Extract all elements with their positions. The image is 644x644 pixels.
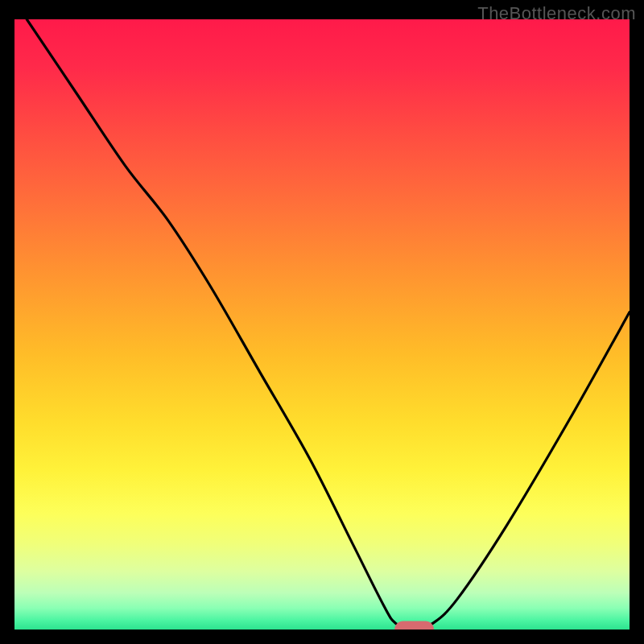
optimal-marker (394, 621, 434, 630)
gradient-rect (14, 19, 630, 630)
plot-area (14, 19, 630, 630)
watermark-text: TheBottleneck.com (477, 3, 636, 24)
chart-frame: TheBottleneck.com (0, 0, 644, 644)
bottleneck-chart (14, 19, 630, 630)
